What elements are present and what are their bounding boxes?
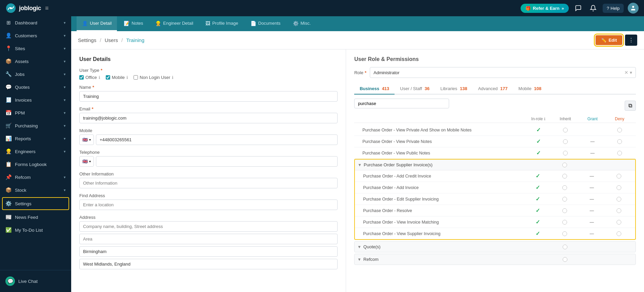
perm-tab-mobile[interactable]: Mobile 108 xyxy=(513,83,547,95)
live-chat-button[interactable]: 💬 Live Chat xyxy=(0,273,71,289)
perm-tab-business[interactable]: Business 413 xyxy=(354,83,395,95)
perm-tab-user-staff[interactable]: User / Staff 36 xyxy=(395,83,435,95)
address-county-input[interactable] xyxy=(79,259,338,269)
deny-radio[interactable] xyxy=(617,151,622,155)
perm-tab-libraries[interactable]: Libraries 138 xyxy=(435,83,472,95)
role-select[interactable]: Administrator ✕ ▾ xyxy=(370,67,636,78)
deny-radio[interactable] xyxy=(617,231,621,236)
other-info-input[interactable] xyxy=(79,178,338,188)
inherit-radio[interactable] xyxy=(562,185,567,190)
sidebar-item-quotes[interactable]: 💬 Quotes ▾ xyxy=(0,81,71,93)
tab-notes[interactable]: 📝 Notes xyxy=(118,16,148,31)
office-checkbox[interactable] xyxy=(79,75,84,80)
breadcrumb-users[interactable]: Users xyxy=(105,37,118,43)
deny-radio[interactable] xyxy=(617,139,622,144)
inherit-radio[interactable] xyxy=(563,128,568,132)
mobile-checkbox-label[interactable]: Mobile ℹ xyxy=(106,75,128,80)
find-address-input[interactable] xyxy=(79,200,338,210)
edit-button[interactable]: ✏️ Edit xyxy=(596,35,622,45)
telephone-flag-select[interactable]: 🇬🇧 ▾ xyxy=(79,156,94,167)
mobile-flag-select[interactable]: 🇬🇧 ▾ xyxy=(79,134,94,145)
inherit-radio[interactable] xyxy=(562,174,567,179)
perm-item-view-invoice-matching: Purchase Order - View Invoice Matching ✓… xyxy=(355,216,635,228)
right-panel: User Role & Permissions Role * Administr… xyxy=(346,49,644,292)
deny-radio[interactable] xyxy=(617,128,622,132)
deny-radio[interactable] xyxy=(617,197,621,202)
telephone-input[interactable] xyxy=(96,156,338,167)
mobile-checkbox[interactable] xyxy=(106,75,110,80)
sidebar-item-my-todo[interactable]: ✅ My To-Do List xyxy=(0,224,71,236)
deny-radio[interactable] xyxy=(617,174,621,179)
section-inherit-radio[interactable] xyxy=(562,163,567,167)
perm-section-header-refcom[interactable]: ▼ Refcom xyxy=(354,254,636,265)
sidebar-item-assets[interactable]: 📦 Assets ▾ xyxy=(0,55,71,68)
sidebar-item-settings[interactable]: ⚙️ Settings xyxy=(2,197,69,210)
purchase-order-supplier-invoices-section: ▼ Purchase Order Supplier Invoice(s) Pur… xyxy=(354,159,636,240)
sidebar-item-jobs[interactable]: 🔧 Jobs ▾ xyxy=(0,68,71,81)
sidebar-item-ppm[interactable]: 📅 PPM ▾ xyxy=(0,106,71,119)
address-area-input[interactable] xyxy=(79,234,338,244)
sidebar-item-dashboard[interactable]: ⊞ Dashboard ▾ xyxy=(0,16,71,29)
sidebar-item-invoices[interactable]: 🧾 Invoices ▾ xyxy=(0,93,71,106)
deny-radio[interactable] xyxy=(617,220,621,225)
email-input[interactable] xyxy=(79,113,338,123)
user-avatar[interactable] xyxy=(628,3,639,14)
notifications-button[interactable] xyxy=(588,3,599,14)
perm-tab-advanced[interactable]: Advanced 177 xyxy=(472,83,513,95)
perm-item-label: Purchase Order - Edit Supplier Invoicing xyxy=(363,197,524,202)
hamburger-icon[interactable]: ≡ xyxy=(45,5,49,12)
permissions-search-input[interactable] xyxy=(354,99,449,108)
more-actions-button[interactable]: ⋮ xyxy=(625,35,637,46)
tab-engineer-detail[interactable]: 👷 Engineer Detail xyxy=(150,16,199,31)
deny-radio[interactable] xyxy=(617,185,621,190)
inherit-radio[interactable] xyxy=(563,139,568,144)
grant-empty xyxy=(590,128,595,132)
sidebar-label-purchasing: Purchasing xyxy=(15,123,38,128)
tab-documents[interactable]: 📄 Documents xyxy=(245,16,286,31)
chevron-icon: ▾ xyxy=(64,124,66,128)
perm-tab-mobile-count: 108 xyxy=(534,86,541,91)
inherit-radio[interactable] xyxy=(562,231,567,236)
inherit-radio[interactable] xyxy=(562,197,567,202)
address-city-input[interactable] xyxy=(79,246,338,257)
address-street-input[interactable] xyxy=(79,221,338,232)
perm-item-label: Purchase Order - View Private And Show o… xyxy=(362,128,525,132)
help-button[interactable]: ? Help xyxy=(603,4,624,13)
refcom-icon: 📌 xyxy=(5,174,12,180)
mobile-phone-input[interactable] xyxy=(96,134,338,145)
sidebar-item-news-feed[interactable]: 📰 News Feed xyxy=(0,211,71,224)
email-group: Email * xyxy=(79,106,338,123)
role-chevron-icon[interactable]: ▾ xyxy=(630,70,632,75)
sidebar-item-stock[interactable]: 📦 Stock ▾ xyxy=(0,184,71,196)
deny-radio[interactable] xyxy=(617,208,621,213)
breadcrumb-settings[interactable]: Settings xyxy=(78,37,96,43)
non-login-checkbox-label[interactable]: Non Login User ℹ xyxy=(134,75,174,80)
tab-profile-image[interactable]: 🖼 Profile Image xyxy=(200,16,244,31)
non-login-checkbox[interactable] xyxy=(134,75,138,80)
tab-documents-label: Documents xyxy=(258,21,281,26)
section-inherit-radio[interactable] xyxy=(563,257,567,262)
perm-section-header-quotes[interactable]: ▼ Quote(s) xyxy=(354,241,636,252)
sidebar-item-engineers[interactable]: 👷 Engineers ▾ xyxy=(0,145,71,158)
inherit-radio[interactable] xyxy=(562,208,567,213)
inherit-radio[interactable] xyxy=(563,151,568,155)
role-clear-icon[interactable]: ✕ xyxy=(624,70,628,75)
refer-earn-button[interactable]: 🎁 Refer & Earn » xyxy=(521,4,569,13)
tab-user-detail[interactable]: 👤 User Detail xyxy=(77,16,117,31)
office-checkbox-label[interactable]: Office ℹ xyxy=(79,75,100,80)
section-inherit-radio[interactable] xyxy=(563,245,567,249)
sidebar-item-sites[interactable]: 📍 Sites ▾ xyxy=(0,42,71,55)
perm-item-grant xyxy=(579,128,606,132)
sidebar-item-purchasing[interactable]: 🛒 Purchasing ▾ xyxy=(0,119,71,132)
chat-button[interactable] xyxy=(573,3,584,14)
check-icon: ✓ xyxy=(536,230,540,237)
sidebar-item-reports[interactable]: 📊 Reports ▾ xyxy=(0,132,71,145)
sidebar-item-refcom[interactable]: 📌 Refcom ▾ xyxy=(0,171,71,184)
tab-misc[interactable]: ⚙️ Misc. xyxy=(287,16,316,31)
name-input[interactable] xyxy=(79,91,338,102)
perm-section-header-supplier-invoices[interactable]: ▼ Purchase Order Supplier Invoice(s) xyxy=(355,160,635,170)
copy-permissions-button[interactable]: ⧉ xyxy=(625,101,636,111)
sidebar-item-customers[interactable]: 👤 Customers ▾ xyxy=(0,29,71,42)
inherit-radio[interactable] xyxy=(562,220,567,225)
sidebar-item-forms-logbook[interactable]: 📋 Forms Logbook xyxy=(0,158,71,171)
